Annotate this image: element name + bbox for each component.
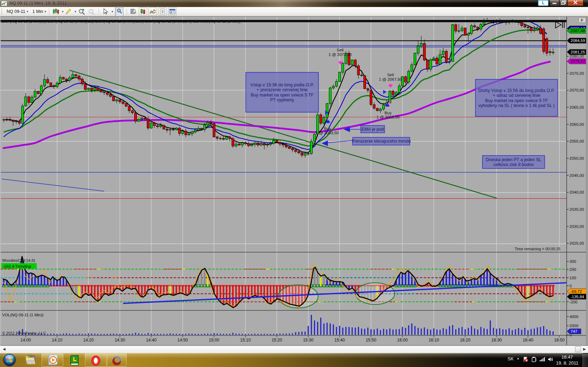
svg-text:2080,00: 2080,00 [569, 54, 584, 58]
svg-text:14:20: 14:20 [83, 338, 94, 343]
svg-text:Sell: Sell [387, 73, 394, 77]
svg-text:2035,00: 2035,00 [569, 207, 584, 211]
svg-text:WoodiesCCI(14,6): WoodiesCCI(14,6) [2, 258, 35, 262]
svg-text:Dneska jeden PT a jeden SL: Dneska jeden PT a jeden SL [486, 157, 542, 162]
svg-text:Buy: Buy [324, 127, 331, 131]
svg-text:2030,00: 2030,00 [569, 224, 584, 229]
svg-text:F: F [581, 18, 583, 22]
svg-text:15:40: 15:40 [334, 338, 345, 343]
svg-text:0: 0 [569, 284, 572, 288]
svg-text:16:00: 16:00 [397, 338, 408, 343]
svg-text:14:00: 14:00 [20, 338, 31, 343]
svg-text:15:20: 15:20 [272, 338, 282, 343]
svg-text:2045,00: 2045,00 [569, 173, 584, 178]
svg-text:14:50: 14:50 [177, 338, 188, 343]
svg-text:15:00: 15:00 [209, 338, 219, 343]
svg-text:2060,00: 2060,00 [569, 122, 584, 127]
svg-text:4000: 4000 [569, 315, 579, 319]
svg-text:Buy: Buy [385, 111, 392, 115]
svg-text:1 @ 2073,50: 1 @ 2073,50 [329, 52, 352, 57]
svg-text:200: 200 [569, 267, 576, 272]
svg-text:2000: 2000 [569, 324, 579, 328]
svg-text:Prerazenie klesajuceho trendu: Prerazenie klesajuceho trendu [352, 139, 411, 144]
svg-text:2070,00: 2070,00 [569, 88, 584, 92]
svg-text:© 2011 NinjaTrader, LLC: © 2011 NinjaTrader, LLC [2, 331, 46, 335]
svg-text:vyhodeny na SL ( tesne o 1 tik: vyhodeny na SL ( tesne o 1 tik pod SL ) [479, 103, 555, 108]
svg-text:2025,00: 2025,00 [569, 241, 584, 245]
svg-text:2084,59: 2084,59 [571, 38, 585, 43]
svg-text:100: 100 [569, 276, 576, 280]
svg-text:15:10: 15:10 [240, 338, 251, 343]
svg-text:EMA je pod: EMA je pod [361, 127, 384, 132]
svg-text:16:50: 16:50 [554, 338, 565, 343]
svg-text:-135,84: -135,84 [571, 295, 585, 299]
svg-text:16:20: 16:20 [460, 338, 471, 343]
svg-text:14:30: 14:30 [115, 338, 125, 343]
svg-text:-69,72: -69,72 [571, 289, 582, 294]
svg-text:VOL(NQ 09-11 (1 Min)): VOL(NQ 09-11 (1 Min)) [2, 313, 44, 317]
svg-text:16:30: 16:30 [491, 338, 502, 343]
svg-text:300: 300 [569, 259, 576, 264]
svg-text:2078,52: 2078,52 [571, 59, 585, 63]
svg-text:15:30: 15:30 [303, 338, 314, 343]
svg-text:14:40: 14:40 [146, 338, 157, 343]
svg-text:EMA(NQ 09-11 (1 Min),8); EMA(N: EMA(NQ 09-11 (1 Min),8); EMA(NQ 09-11 (1… [2, 19, 241, 23]
svg-text:2081,25: 2081,25 [571, 50, 585, 54]
svg-text:+ prerazenie cervenej linie: + prerazenie cervenej linie [257, 87, 308, 92]
svg-text:2055,00: 2055,00 [569, 139, 584, 143]
svg-text:2050,00: 2050,00 [569, 156, 584, 160]
svg-text:1 @ 2063,50: 1 @ 2063,50 [316, 131, 339, 135]
svg-text:2065,00: 2065,00 [569, 105, 584, 109]
svg-text:Time remaining = 00:00:25: Time remaining = 00:00:25 [515, 247, 560, 251]
svg-text:15:50: 15:50 [366, 338, 376, 343]
svg-text:+ odraz od cervenej linie: + odraz od cervenej linie [493, 93, 540, 98]
svg-text:14:10: 14:10 [52, 338, 62, 343]
svg-text:2040,00: 2040,00 [569, 190, 584, 194]
svg-text:2087,48: 2087,48 [571, 29, 585, 33]
svg-text:PT vyplneny: PT vyplneny [270, 98, 294, 102]
svg-text:Sell: Sell [337, 48, 343, 52]
svg-text:747: 747 [571, 329, 577, 333]
svg-text:1 @ 2067,50: 1 @ 2067,50 [379, 77, 402, 81]
svg-text:Vstup v 15:36 do long podla O.: Vstup v 15:36 do long podla O.P. [250, 82, 314, 87]
svg-text:16:10: 16:10 [429, 338, 439, 343]
svg-text:-200: -200 [569, 300, 578, 304]
svg-text:2075,00: 2075,00 [569, 71, 584, 75]
svg-text:Buy market na open sviece 5 TF: Buy market na open sviece 5 TF [251, 93, 314, 98]
svg-text:16:40: 16:40 [523, 338, 533, 343]
svg-text:Buy market na open sviece 5 TF: Buy market na open sviece 5 TF [485, 98, 548, 103]
svg-text:Druhy Vstup v 15:56 do long po: Druhy Vstup v 15:56 do long podla O.P. [478, 88, 555, 93]
svg-text:-162,4 Trending: -162,4 Trending [3, 264, 31, 268]
svg-text:celkovo zisk 8 bodov: celkovo zisk 8 bodov [493, 162, 534, 167]
svg-text:1 @ 2069,50: 1 @ 2069,50 [377, 115, 400, 119]
